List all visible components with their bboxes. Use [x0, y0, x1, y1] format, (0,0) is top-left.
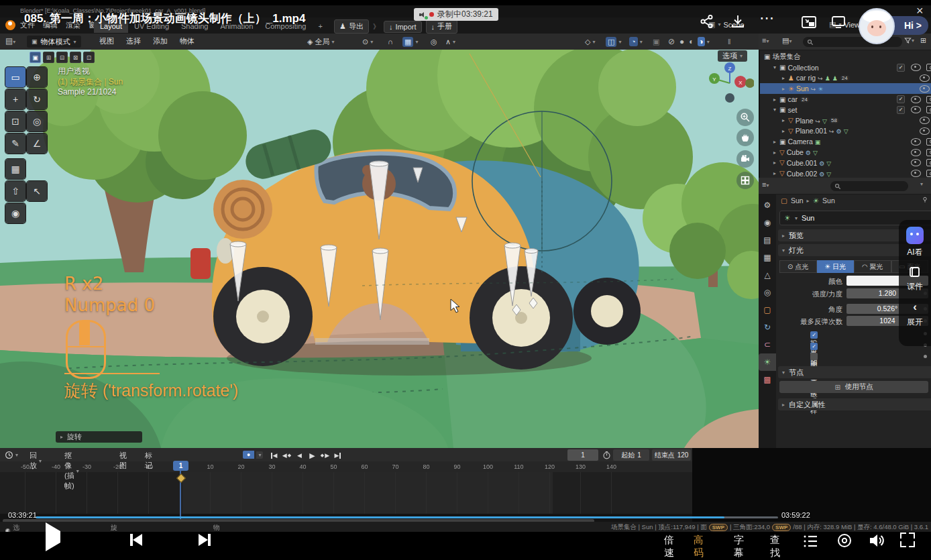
expand-icon[interactable]: ▸: [771, 160, 778, 166]
rendered-shading-button[interactable]: ◑: [698, 37, 705, 46]
properties-tab-object[interactable]: ▢: [759, 301, 776, 319]
render-visibility-icon[interactable]: [926, 106, 931, 113]
show-gizmo-button[interactable]: ◇▾: [585, 36, 595, 48]
viewport-menu-视图[interactable]: 视图: [99, 36, 114, 46]
expand-icon[interactable]: ▸: [780, 117, 787, 123]
courseware-icon[interactable]: [908, 266, 922, 278]
jump-to-start-button[interactable]: ◀: [270, 451, 278, 460]
mirror-mode-button[interactable]: [836, 533, 853, 549]
expand-icon[interactable]: ▸: [771, 139, 778, 145]
use-nodes-button[interactable]: ⊞ 使用节点: [779, 381, 928, 393]
material-shading-button[interactable]: ◐: [688, 37, 695, 46]
add-workspace-tab[interactable]: +: [312, 19, 328, 33]
player-menu-字幕[interactable]: 字幕: [734, 534, 744, 559]
play-button[interactable]: [46, 531, 60, 543]
pip-button[interactable]: [800, 13, 818, 31]
properties-tab-texture[interactable]: ▩: [759, 371, 776, 388]
select-mode-extend[interactable]: ⊞: [43, 52, 54, 63]
frame-end-field[interactable]: 结束点120: [652, 449, 691, 461]
share-button[interactable]: [699, 13, 715, 30]
outliner-item-set[interactable]: ▾▣set✓: [760, 105, 931, 115]
scale-tool[interactable]: ⊡: [5, 111, 25, 131]
visibility-eye-icon[interactable]: [911, 64, 921, 71]
snap-target-button[interactable]: ▦▾: [402, 36, 418, 48]
timeline-ruler[interactable]: [0, 461, 692, 472]
rotate-tool[interactable]: ↻: [27, 89, 47, 109]
visibility-eye-icon[interactable]: [911, 170, 921, 177]
outliner-display-mode-button[interactable]: ≡▾: [762, 36, 769, 44]
select-mode-invert[interactable]: ⊠: [70, 52, 81, 63]
frame-start-field[interactable]: 起始1: [613, 449, 649, 461]
outliner-filter-button[interactable]: ▾: [904, 36, 914, 44]
pivot-point-button[interactable]: ⊙▾: [362, 36, 373, 48]
outliner-item-Collection[interactable]: ▾▣Collection✓: [760, 62, 931, 73]
viewport-render-preview-toggle[interactable]: ▣: [653, 36, 659, 48]
next-video-button[interactable]: [199, 534, 211, 546]
courseware-label[interactable]: 课件: [907, 281, 923, 292]
solid-shading-button[interactable]: ●: [678, 37, 686, 46]
xray-toggle[interactable]: ◫▾: [606, 36, 621, 48]
properties-tab-object-data[interactable]: ☀: [759, 353, 776, 371]
outliner-item-car[interactable]: ▸▣car24✓: [760, 94, 931, 105]
properties-tab-world[interactable]: ◎: [759, 284, 776, 301]
visibility-eye-icon[interactable]: [920, 117, 930, 124]
visibility-eye-icon[interactable]: [911, 96, 921, 103]
select-mode-intersect[interactable]: ⊡: [83, 52, 95, 63]
render-visibility-icon[interactable]: [926, 149, 931, 156]
close-button[interactable]: ×: [916, 4, 924, 18]
editor-type-button[interactable]: ▤▾: [5, 36, 15, 46]
enable-checkbox[interactable]: ✓: [897, 95, 905, 103]
enable-checkbox[interactable]: ✓: [897, 64, 905, 72]
transform-tool[interactable]: ◎: [27, 111, 47, 131]
wireframe-shading-button[interactable]: ⊘: [667, 37, 676, 46]
select-box-tool[interactable]: ▭: [5, 67, 25, 87]
render-visibility-icon[interactable]: [926, 138, 931, 146]
outliner-item-Cube.001[interactable]: ▸▽Cube.001⚙▽: [760, 158, 931, 168]
tweak-tool[interactable]: ↖: [27, 181, 47, 201]
light-type-聚光[interactable]: ◠聚光: [854, 260, 891, 273]
jump-to-end-button[interactable]: ▶: [333, 451, 342, 460]
cursor-tool[interactable]: ⊕: [27, 67, 47, 87]
expand-label[interactable]: 展开: [907, 317, 923, 328]
properties-tab-tool[interactable]: ⚙: [759, 197, 776, 214]
outliner-item-car-rig[interactable]: ▸♟car rig↪♟♟24: [760, 73, 931, 84]
visibility-eye-icon[interactable]: [920, 85, 930, 93]
camera-view-button[interactable]: [736, 150, 754, 168]
navigation-gizmo[interactable]: Z Y X: [706, 59, 754, 107]
more-button[interactable]: ⋯: [759, 9, 774, 27]
outliner-item-Camera[interactable]: ▸▣Camera▣: [760, 136, 931, 147]
enable-checkbox[interactable]: ✓: [897, 106, 905, 114]
properties-tab-scene[interactable]: △: [759, 266, 776, 284]
avatar[interactable]: [859, 8, 895, 44]
visibility-eye-icon[interactable]: [911, 159, 921, 166]
properties-tab-view-layer[interactable]: ▦: [759, 249, 776, 266]
overlays-toggle[interactable]: ◔▾: [629, 36, 643, 48]
expand-icon[interactable]: ▸: [780, 75, 787, 81]
export-button[interactable]: ♟导出: [334, 19, 369, 34]
ai-view-label[interactable]: AI看: [907, 247, 922, 258]
outliner-item-Sun[interactable]: ▸☀Sun↪☀: [760, 83, 931, 94]
properties-options-button[interactable]: ▾: [920, 181, 923, 187]
visibility-eye-icon[interactable]: [911, 106, 921, 113]
timeline-menu-抠像(插帧)[interactable]: 抠像(插帧)▾: [64, 451, 79, 491]
animate-dot[interactable]: [924, 355, 927, 358]
light-type-日光[interactable]: ☀日光: [817, 260, 855, 273]
previous-keyframe-button[interactable]: ◀◆: [282, 451, 291, 460]
properties-tab-physics[interactable]: ↻: [759, 319, 776, 336]
zoom-view-button[interactable]: [736, 109, 754, 126]
import-button[interactable]: ↓Import: [384, 21, 422, 33]
collapse-icon[interactable]: ▾: [771, 107, 778, 113]
outliner-item-Plane.001[interactable]: ▸▽Plane.001↪⚙▽: [760, 126, 931, 137]
fullscreen-button[interactable]: [900, 533, 915, 547]
next-keyframe-button[interactable]: ◆▶: [321, 451, 329, 460]
blender-logo-icon[interactable]: [5, 20, 15, 30]
manual-button[interactable]: ↓手册: [426, 19, 458, 34]
move-tool[interactable]: +: [5, 89, 25, 109]
cast-button[interactable]: [830, 13, 847, 31]
outliner-item-场景集合[interactable]: ▣场景集合: [760, 52, 931, 62]
visibility-eye-icon[interactable]: [920, 74, 930, 82]
player-menu-查找[interactable]: 查找: [770, 534, 780, 559]
previous-video-button[interactable]: [130, 534, 142, 546]
properties-editor-type-button[interactable]: ≡▾: [762, 180, 769, 188]
render-visibility-icon[interactable]: [926, 96, 931, 103]
